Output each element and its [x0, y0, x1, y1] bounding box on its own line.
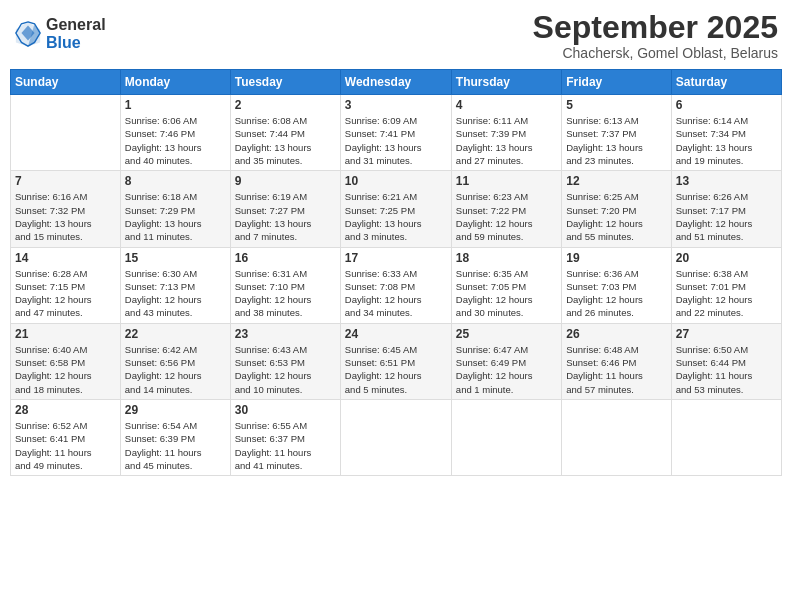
day-info: Sunrise: 6:52 AMSunset: 6:41 PMDaylight:… [15, 419, 116, 472]
day-info: Sunrise: 6:18 AMSunset: 7:29 PMDaylight:… [125, 190, 226, 243]
calendar-cell [451, 399, 561, 475]
day-number: 9 [235, 174, 336, 188]
calendar-cell: 2Sunrise: 6:08 AMSunset: 7:44 PMDaylight… [230, 95, 340, 171]
logo-general: General [46, 16, 106, 34]
logo-text: General Blue [46, 16, 106, 51]
calendar-week-2: 7Sunrise: 6:16 AMSunset: 7:32 PMDaylight… [11, 171, 782, 247]
day-info: Sunrise: 6:09 AMSunset: 7:41 PMDaylight:… [345, 114, 447, 167]
calendar-cell: 5Sunrise: 6:13 AMSunset: 7:37 PMDaylight… [562, 95, 671, 171]
weekday-header-thursday: Thursday [451, 70, 561, 95]
day-number: 26 [566, 327, 666, 341]
calendar-cell: 27Sunrise: 6:50 AMSunset: 6:44 PMDayligh… [671, 323, 781, 399]
day-info: Sunrise: 6:08 AMSunset: 7:44 PMDaylight:… [235, 114, 336, 167]
day-info: Sunrise: 6:35 AMSunset: 7:05 PMDaylight:… [456, 267, 557, 320]
calendar-cell: 16Sunrise: 6:31 AMSunset: 7:10 PMDayligh… [230, 247, 340, 323]
calendar-cell: 13Sunrise: 6:26 AMSunset: 7:17 PMDayligh… [671, 171, 781, 247]
day-info: Sunrise: 6:43 AMSunset: 6:53 PMDaylight:… [235, 343, 336, 396]
day-number: 1 [125, 98, 226, 112]
calendar-cell: 21Sunrise: 6:40 AMSunset: 6:58 PMDayligh… [11, 323, 121, 399]
logo-icon [14, 20, 42, 48]
calendar-table: SundayMondayTuesdayWednesdayThursdayFrid… [10, 69, 782, 476]
weekday-header-monday: Monday [120, 70, 230, 95]
day-number: 11 [456, 174, 557, 188]
day-info: Sunrise: 6:42 AMSunset: 6:56 PMDaylight:… [125, 343, 226, 396]
calendar-cell: 8Sunrise: 6:18 AMSunset: 7:29 PMDaylight… [120, 171, 230, 247]
day-info: Sunrise: 6:47 AMSunset: 6:49 PMDaylight:… [456, 343, 557, 396]
day-number: 22 [125, 327, 226, 341]
day-info: Sunrise: 6:54 AMSunset: 6:39 PMDaylight:… [125, 419, 226, 472]
calendar-cell: 1Sunrise: 6:06 AMSunset: 7:46 PMDaylight… [120, 95, 230, 171]
day-number: 6 [676, 98, 777, 112]
calendar-cell [340, 399, 451, 475]
calendar-cell: 14Sunrise: 6:28 AMSunset: 7:15 PMDayligh… [11, 247, 121, 323]
calendar-cell: 7Sunrise: 6:16 AMSunset: 7:32 PMDaylight… [11, 171, 121, 247]
calendar-cell: 6Sunrise: 6:14 AMSunset: 7:34 PMDaylight… [671, 95, 781, 171]
day-info: Sunrise: 6:55 AMSunset: 6:37 PMDaylight:… [235, 419, 336, 472]
weekday-header-saturday: Saturday [671, 70, 781, 95]
calendar-week-3: 14Sunrise: 6:28 AMSunset: 7:15 PMDayligh… [11, 247, 782, 323]
day-number: 15 [125, 251, 226, 265]
day-number: 29 [125, 403, 226, 417]
calendar-week-4: 21Sunrise: 6:40 AMSunset: 6:58 PMDayligh… [11, 323, 782, 399]
day-number: 14 [15, 251, 116, 265]
day-number: 27 [676, 327, 777, 341]
day-info: Sunrise: 6:31 AMSunset: 7:10 PMDaylight:… [235, 267, 336, 320]
day-number: 23 [235, 327, 336, 341]
calendar-cell: 17Sunrise: 6:33 AMSunset: 7:08 PMDayligh… [340, 247, 451, 323]
day-info: Sunrise: 6:30 AMSunset: 7:13 PMDaylight:… [125, 267, 226, 320]
day-number: 16 [235, 251, 336, 265]
day-info: Sunrise: 6:14 AMSunset: 7:34 PMDaylight:… [676, 114, 777, 167]
calendar-cell: 9Sunrise: 6:19 AMSunset: 7:27 PMDaylight… [230, 171, 340, 247]
weekday-header-row: SundayMondayTuesdayWednesdayThursdayFrid… [11, 70, 782, 95]
day-number: 10 [345, 174, 447, 188]
day-info: Sunrise: 6:40 AMSunset: 6:58 PMDaylight:… [15, 343, 116, 396]
calendar-cell: 23Sunrise: 6:43 AMSunset: 6:53 PMDayligh… [230, 323, 340, 399]
day-info: Sunrise: 6:06 AMSunset: 7:46 PMDaylight:… [125, 114, 226, 167]
day-info: Sunrise: 6:28 AMSunset: 7:15 PMDaylight:… [15, 267, 116, 320]
calendar-cell: 3Sunrise: 6:09 AMSunset: 7:41 PMDaylight… [340, 95, 451, 171]
logo: General Blue [14, 16, 106, 51]
day-info: Sunrise: 6:13 AMSunset: 7:37 PMDaylight:… [566, 114, 666, 167]
day-number: 5 [566, 98, 666, 112]
calendar-cell: 22Sunrise: 6:42 AMSunset: 6:56 PMDayligh… [120, 323, 230, 399]
calendar-cell [11, 95, 121, 171]
calendar-cell: 4Sunrise: 6:11 AMSunset: 7:39 PMDaylight… [451, 95, 561, 171]
calendar-cell: 30Sunrise: 6:55 AMSunset: 6:37 PMDayligh… [230, 399, 340, 475]
day-info: Sunrise: 6:11 AMSunset: 7:39 PMDaylight:… [456, 114, 557, 167]
calendar-cell: 15Sunrise: 6:30 AMSunset: 7:13 PMDayligh… [120, 247, 230, 323]
calendar-week-5: 28Sunrise: 6:52 AMSunset: 6:41 PMDayligh… [11, 399, 782, 475]
day-info: Sunrise: 6:36 AMSunset: 7:03 PMDaylight:… [566, 267, 666, 320]
calendar-week-1: 1Sunrise: 6:06 AMSunset: 7:46 PMDaylight… [11, 95, 782, 171]
day-number: 25 [456, 327, 557, 341]
day-number: 7 [15, 174, 116, 188]
day-number: 20 [676, 251, 777, 265]
day-number: 8 [125, 174, 226, 188]
day-number: 3 [345, 98, 447, 112]
calendar-cell: 20Sunrise: 6:38 AMSunset: 7:01 PMDayligh… [671, 247, 781, 323]
day-info: Sunrise: 6:38 AMSunset: 7:01 PMDaylight:… [676, 267, 777, 320]
weekday-header-friday: Friday [562, 70, 671, 95]
weekday-header-sunday: Sunday [11, 70, 121, 95]
calendar-cell: 10Sunrise: 6:21 AMSunset: 7:25 PMDayligh… [340, 171, 451, 247]
day-number: 13 [676, 174, 777, 188]
day-number: 19 [566, 251, 666, 265]
calendar-cell [671, 399, 781, 475]
calendar-cell: 29Sunrise: 6:54 AMSunset: 6:39 PMDayligh… [120, 399, 230, 475]
page-header: General Blue September 2025 Chachersk, G… [10, 10, 782, 61]
day-number: 18 [456, 251, 557, 265]
day-number: 21 [15, 327, 116, 341]
day-info: Sunrise: 6:33 AMSunset: 7:08 PMDaylight:… [345, 267, 447, 320]
day-info: Sunrise: 6:23 AMSunset: 7:22 PMDaylight:… [456, 190, 557, 243]
day-info: Sunrise: 6:48 AMSunset: 6:46 PMDaylight:… [566, 343, 666, 396]
calendar-cell: 24Sunrise: 6:45 AMSunset: 6:51 PMDayligh… [340, 323, 451, 399]
day-info: Sunrise: 6:45 AMSunset: 6:51 PMDaylight:… [345, 343, 447, 396]
weekday-header-wednesday: Wednesday [340, 70, 451, 95]
location: Chachersk, Gomel Oblast, Belarus [533, 45, 778, 61]
month-title: September 2025 [533, 10, 778, 45]
weekday-header-tuesday: Tuesday [230, 70, 340, 95]
day-info: Sunrise: 6:19 AMSunset: 7:27 PMDaylight:… [235, 190, 336, 243]
day-number: 24 [345, 327, 447, 341]
day-info: Sunrise: 6:26 AMSunset: 7:17 PMDaylight:… [676, 190, 777, 243]
day-info: Sunrise: 6:16 AMSunset: 7:32 PMDaylight:… [15, 190, 116, 243]
calendar-cell: 12Sunrise: 6:25 AMSunset: 7:20 PMDayligh… [562, 171, 671, 247]
